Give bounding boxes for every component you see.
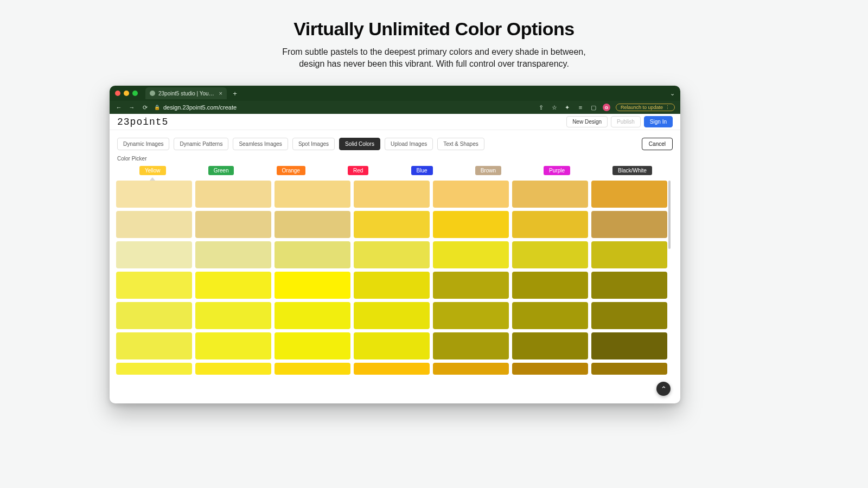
- swatch-area: [116, 181, 674, 381]
- color-family-tab-brown[interactable]: Brown: [475, 166, 501, 175]
- color-swatch[interactable]: [195, 272, 271, 299]
- maximize-window-icon[interactable]: [132, 91, 138, 96]
- new-design-button[interactable]: New Design: [566, 116, 608, 127]
- color-swatch[interactable]: [275, 302, 350, 329]
- extensions-icon[interactable]: ✦: [564, 104, 571, 111]
- color-swatch[interactable]: [354, 181, 430, 208]
- color-swatch[interactable]: [354, 241, 430, 268]
- color-family-tab-green[interactable]: Green: [208, 166, 234, 175]
- category-pill-dynamic-images[interactable]: Dynamic Images: [117, 138, 169, 150]
- share-icon[interactable]: ⇪: [538, 104, 545, 111]
- category-pill-spot-images[interactable]: Spot Images: [292, 138, 335, 150]
- app-logo[interactable]: 23point5: [117, 117, 168, 127]
- browser-tab[interactable]: 23point5 studio | Your Fashion… ×: [145, 87, 227, 99]
- cancel-button[interactable]: Cancel: [642, 138, 673, 150]
- color-swatch[interactable]: [195, 181, 271, 208]
- chevron-up-icon: ⌃: [661, 385, 667, 393]
- color-swatch[interactable]: [116, 211, 192, 238]
- color-family-tab-black-white[interactable]: Black/White: [612, 166, 652, 175]
- color-swatch[interactable]: [512, 272, 588, 299]
- color-swatch[interactable]: [195, 363, 271, 375]
- bookmark-icon[interactable]: ☆: [551, 104, 558, 111]
- color-swatch[interactable]: [116, 332, 192, 359]
- color-swatch[interactable]: [591, 241, 667, 268]
- color-swatch[interactable]: [433, 241, 509, 268]
- color-swatch[interactable]: [116, 241, 192, 268]
- scrollbar[interactable]: [668, 181, 671, 249]
- color-swatch[interactable]: [512, 181, 588, 208]
- page-headline: Virtually Unlimited Color Options: [0, 18, 868, 40]
- close-tab-icon[interactable]: ×: [219, 90, 222, 97]
- color-swatch[interactable]: [116, 302, 192, 329]
- url-text: design.23point5.com/create: [163, 104, 237, 111]
- color-swatch[interactable]: [512, 241, 588, 268]
- color-swatch[interactable]: [116, 272, 192, 299]
- color-swatch[interactable]: [354, 211, 430, 238]
- sign-in-button[interactable]: Sign In: [644, 116, 673, 127]
- color-swatch[interactable]: [354, 302, 430, 329]
- color-swatch[interactable]: [195, 332, 271, 359]
- color-swatch[interactable]: [591, 181, 667, 208]
- scroll-to-top-button[interactable]: ⌃: [656, 382, 671, 396]
- minimize-window-icon[interactable]: [124, 91, 129, 96]
- color-family-tab-blue[interactable]: Blue: [411, 166, 433, 175]
- color-swatch[interactable]: [433, 272, 509, 299]
- color-swatch[interactable]: [275, 363, 350, 375]
- reading-list-icon[interactable]: ≡: [577, 104, 584, 111]
- url-field[interactable]: 🔒 design.23point5.com/create: [154, 104, 532, 111]
- color-swatch[interactable]: [512, 302, 588, 329]
- panel-icon[interactable]: ▢: [590, 104, 597, 111]
- color-swatch[interactable]: [275, 332, 350, 359]
- relaunch-button[interactable]: Relaunch to update ⋮: [616, 104, 675, 111]
- color-family-tabs: YellowGreenOrangeRedBlueBrownPurpleBlack…: [110, 166, 680, 175]
- color-swatch[interactable]: [591, 332, 667, 359]
- color-swatch[interactable]: [195, 211, 271, 238]
- close-window-icon[interactable]: [115, 91, 120, 96]
- category-pill-upload-images[interactable]: Upload Images: [385, 138, 433, 150]
- color-picker-label: Color Picker: [110, 153, 680, 166]
- new-tab-button[interactable]: +: [230, 88, 240, 98]
- color-swatch[interactable]: [512, 332, 588, 359]
- color-swatch[interactable]: [354, 272, 430, 299]
- color-swatch[interactable]: [433, 302, 509, 329]
- color-swatch[interactable]: [591, 302, 667, 329]
- page-subline-2: design has never been this vibrant. With…: [299, 59, 569, 68]
- color-swatch[interactable]: [591, 211, 667, 238]
- color-swatch[interactable]: [433, 332, 509, 359]
- color-swatch[interactable]: [116, 363, 192, 375]
- color-swatch[interactable]: [354, 363, 430, 375]
- color-swatch[interactable]: [591, 363, 667, 375]
- page-subline-1: From subtle pastels to the deepest prima…: [282, 47, 585, 56]
- category-pill-solid-colors[interactable]: Solid Colors: [339, 138, 380, 150]
- nav-reload-icon[interactable]: ⟳: [141, 104, 149, 111]
- color-swatch[interactable]: [275, 181, 350, 208]
- nav-forward-icon[interactable]: →: [128, 104, 136, 111]
- color-family-tab-yellow[interactable]: Yellow: [139, 166, 166, 175]
- color-swatch[interactable]: [433, 363, 509, 375]
- color-swatch[interactable]: [275, 272, 350, 299]
- window-controls: [115, 91, 138, 96]
- category-pill-dynamic-patterns[interactable]: Dynamic Patterns: [174, 138, 228, 150]
- color-swatch[interactable]: [275, 211, 350, 238]
- color-swatch[interactable]: [354, 332, 430, 359]
- kebab-icon: ⋮: [665, 105, 670, 110]
- browser-address-bar: ← → ⟳ 🔒 design.23point5.com/create ⇪ ☆ ✦…: [110, 101, 680, 114]
- color-swatch[interactable]: [433, 211, 509, 238]
- browser-window: 23point5 studio | Your Fashion… × + ⌄ ← …: [110, 86, 680, 403]
- color-swatch[interactable]: [512, 363, 588, 375]
- color-family-tab-red[interactable]: Red: [348, 166, 368, 175]
- profile-badge[interactable]: G: [603, 104, 610, 111]
- tab-overflow-icon[interactable]: ⌄: [670, 90, 675, 97]
- category-pill-text-shapes[interactable]: Text & Shapes: [437, 138, 484, 150]
- color-swatch[interactable]: [433, 181, 509, 208]
- color-swatch[interactable]: [195, 302, 271, 329]
- color-swatch[interactable]: [275, 241, 350, 268]
- color-swatch[interactable]: [195, 241, 271, 268]
- color-family-tab-purple[interactable]: Purple: [544, 166, 570, 175]
- nav-back-icon[interactable]: ←: [115, 104, 123, 111]
- color-family-tab-orange[interactable]: Orange: [277, 166, 305, 175]
- category-pill-seamless-images[interactable]: Seamless Images: [233, 138, 288, 150]
- color-swatch[interactable]: [512, 211, 588, 238]
- color-swatch[interactable]: [116, 181, 192, 208]
- color-swatch[interactable]: [591, 272, 667, 299]
